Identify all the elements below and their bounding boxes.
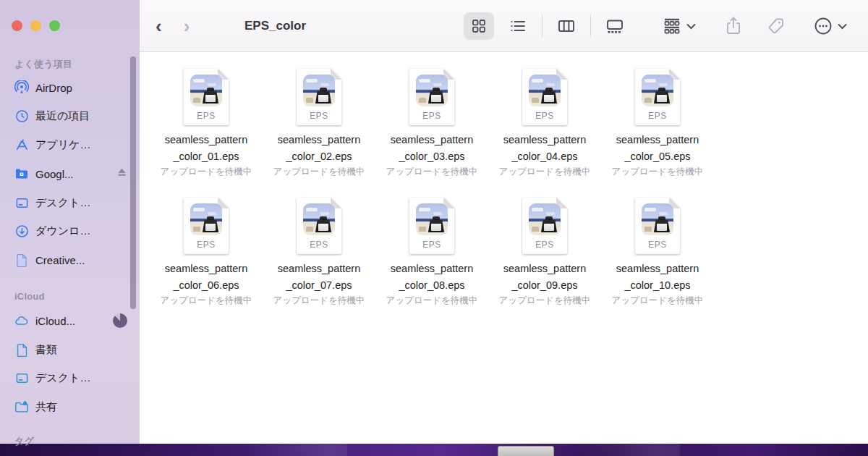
sidebar-item-shared[interactable]: i 共有 — [9, 394, 132, 419]
file-name: seamless_pattern_color_04.eps — [503, 132, 586, 165]
upload-status: アップロードを待機中 — [273, 166, 365, 178]
sidebar-item-label: デスクト… — [35, 371, 90, 385]
file-name: seamless_pattern_color_06.eps — [165, 261, 247, 294]
gallery-view-button[interactable] — [600, 12, 630, 40]
sidebar-item-label: 書類 — [35, 343, 57, 357]
file-item[interactable]: EPS seamless_pattern_color_03.eps アップロード… — [375, 69, 488, 198]
upload-status: アップロードを待機中 — [386, 295, 478, 307]
eps-badge-label: EPS — [409, 111, 454, 121]
sidebar: よく使う項目 AirDrop 最近の項目 — [0, 0, 140, 444]
eps-file-icon: EPS — [184, 69, 229, 125]
file-item[interactable]: EPS seamless_pattern_color_07.eps アップロード… — [263, 198, 375, 326]
file-name: seamless_pattern_color_05.eps — [616, 132, 699, 165]
download-icon — [14, 224, 29, 238]
sidebar-item-desktop[interactable]: デスクト… — [9, 190, 132, 215]
eps-file-icon: EPS — [522, 69, 567, 125]
file-item[interactable]: EPS seamless_pattern_color_01.eps アップロード… — [150, 69, 263, 198]
upload-status: アップロードを待機中 — [612, 295, 704, 307]
sidebar-item-downloads[interactable]: ダウンロ… — [9, 219, 132, 243]
file-item[interactable]: EPS seamless_pattern_color_08.eps アップロード… — [375, 198, 488, 326]
upload-status: アップロードを待機中 — [499, 166, 591, 178]
eps-badge-label: EPS — [635, 240, 680, 250]
toolbar: ‹ › EPS_color — [140, 0, 868, 52]
chevron-down-icon — [686, 20, 696, 33]
zoom-button[interactable] — [49, 20, 60, 31]
file-thumbnail — [529, 203, 561, 235]
sidebar-section-tags: タグ — [0, 435, 34, 448]
eps-badge-label: EPS — [297, 240, 341, 250]
icon-view-button[interactable] — [464, 12, 494, 40]
file-thumbnail — [416, 203, 448, 235]
upload-status: アップロードを待機中 — [499, 295, 591, 307]
file-item[interactable]: EPS seamless_pattern_color_10.eps アップロード… — [601, 198, 714, 326]
file-name: seamless_pattern_color_03.eps — [391, 132, 473, 165]
applications-icon — [14, 138, 29, 152]
sidebar-item-label: AirDrop — [35, 82, 72, 94]
file-item[interactable]: EPS seamless_pattern_color_02.eps アップロード… — [263, 69, 375, 198]
sidebar-item-recents[interactable]: 最近の項目 — [9, 104, 132, 128]
sidebar-item-desktop-icloud[interactable]: デスクト… — [9, 366, 132, 390]
cloud-icon — [14, 313, 29, 328]
upload-progress-pie — [113, 313, 127, 328]
sidebar-scrollbar[interactable] — [130, 56, 136, 309]
background-window-edge[interactable] — [498, 446, 554, 456]
upload-status: アップロードを待機中 — [161, 295, 252, 307]
file-name: seamless_pattern_color_09.eps — [503, 261, 586, 294]
file-item[interactable]: EPS seamless_pattern_color_09.eps アップロード… — [488, 198, 601, 326]
sidebar-item-label: iCloud... — [35, 315, 75, 327]
sidebar-item-airdrop[interactable]: AirDrop — [9, 75, 132, 100]
file-thumbnail — [416, 75, 448, 106]
eps-badge-label: EPS — [522, 240, 567, 250]
eps-file-icon: EPS — [184, 198, 229, 254]
sidebar-item-documents[interactable]: 書類 — [9, 337, 132, 362]
sidebar-item-label: デスクト… — [35, 196, 90, 210]
toolbar-separator — [542, 15, 542, 37]
sidebar-item-label: アプリケ… — [35, 138, 90, 152]
tags-button[interactable] — [767, 12, 786, 41]
file-thumbnail — [190, 75, 222, 106]
eject-icon[interactable] — [116, 167, 127, 180]
upload-status: アップロードを待機中 — [161, 166, 252, 178]
group-button[interactable] — [662, 12, 696, 41]
back-button[interactable]: ‹ — [156, 15, 162, 38]
window-title: EPS_color — [244, 0, 306, 52]
sidebar-item-creative[interactable]: Creative... — [9, 248, 132, 272]
more-button[interactable] — [813, 12, 847, 41]
sidebar-item-google-drive[interactable]: Googl... — [9, 161, 132, 186]
sidebar-item-applications[interactable]: アプリケ… — [9, 132, 132, 157]
sidebar-item-icloud-drive[interactable]: iCloud... — [9, 308, 132, 333]
file-thumbnail — [303, 203, 335, 235]
eps-file-icon: EPS — [409, 198, 454, 254]
list-view-button[interactable] — [503, 12, 533, 40]
sidebar-item-label: Creative... — [35, 254, 85, 266]
airdrop-icon — [14, 80, 29, 95]
close-button[interactable] — [12, 20, 22, 31]
file-thumbnail — [303, 75, 335, 106]
file-name: seamless_pattern_color_02.eps — [278, 132, 360, 165]
sidebar-section-icloud: iCloud — [0, 291, 45, 302]
sidebar-item-label: 共有 — [35, 400, 57, 414]
upload-status: アップロードを待機中 — [273, 295, 365, 307]
forward-button[interactable]: › — [184, 15, 190, 38]
file-item[interactable]: EPS seamless_pattern_color_05.eps アップロード… — [601, 69, 714, 198]
file-item[interactable]: EPS seamless_pattern_color_04.eps アップロード… — [488, 69, 601, 198]
column-view-button[interactable] — [551, 12, 582, 40]
eps-file-icon: EPS — [297, 69, 341, 125]
upload-status: アップロードを待機中 — [612, 166, 704, 178]
window-controls — [12, 20, 60, 31]
eps-badge-label: EPS — [184, 111, 229, 121]
share-button[interactable] — [725, 12, 742, 41]
eps-badge-label: EPS — [184, 240, 229, 250]
sidebar-section-favorites: よく使う項目 — [0, 58, 72, 71]
file-name: seamless_pattern_color_10.eps — [616, 261, 699, 294]
eps-file-icon: EPS — [522, 198, 567, 254]
eps-file-icon: EPS — [635, 198, 680, 254]
finder-window: よく使う項目 AirDrop 最近の項目 — [0, 0, 868, 444]
file-grid: EPS seamless_pattern_color_01.eps アップロード… — [150, 69, 714, 326]
eps-badge-label: EPS — [297, 111, 341, 121]
file-item[interactable]: EPS seamless_pattern_color_06.eps アップロード… — [150, 198, 263, 326]
document-icon — [14, 342, 29, 357]
eps-file-icon: EPS — [635, 69, 680, 125]
minimize-button[interactable] — [30, 20, 41, 31]
file-thumbnail — [642, 203, 673, 235]
